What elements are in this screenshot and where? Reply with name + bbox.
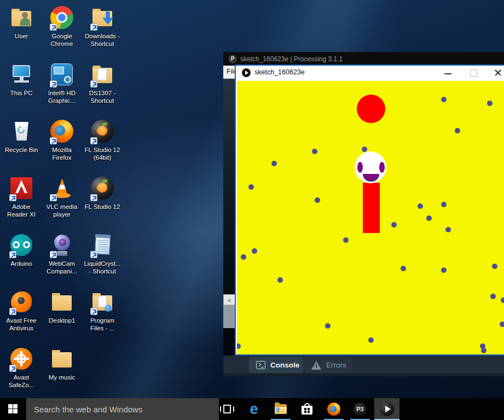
desktop-icon-label: LiquidCryst... - Shortcut: [83, 260, 121, 275]
shortcut-arrow-icon: [50, 80, 57, 88]
desktop-icon-label: DS1307 - Shortcut: [83, 89, 121, 104]
ball-dot: [481, 348, 486, 353]
desktop-icon-folder-files[interactable]: DS1307 - Shortcut: [83, 61, 121, 104]
ide-scrollbar[interactable]: [223, 305, 236, 328]
desktop-icon-chrome[interactable]: Google Chrome: [43, 4, 81, 48]
ball-dot: [492, 264, 497, 269]
shortcut-arrow-icon: [90, 308, 97, 315]
taskbar-search-input[interactable]: [26, 398, 219, 420]
desktop-icon-folder-ie[interactable]: Program Files - ...: [83, 289, 121, 332]
desktop-icon-arduino[interactable]: Arduino: [2, 232, 40, 267]
edge-icon: e: [246, 401, 262, 417]
shortcut-arrow-icon: [90, 80, 97, 88]
desktop-icon-fl-studio[interactable]: FL Studio 12: [83, 175, 121, 211]
explorer-icon: [273, 401, 288, 417]
p3-icon: P3: [352, 401, 368, 417]
desktop-icon-label: Recycle Bin: [2, 146, 40, 154]
avast-icon: [8, 289, 34, 315]
ball-dot: [455, 128, 460, 133]
user-folder-icon: [8, 4, 34, 31]
ide-bottom-edge: [223, 374, 504, 376]
body-rect: [363, 183, 380, 233]
store-button[interactable]: [294, 398, 320, 420]
processing-logo-icon: P: [228, 55, 237, 63]
vlc-icon: [49, 175, 75, 201]
shortcut-arrow-icon: [50, 137, 57, 144]
close-button[interactable]: [493, 67, 503, 78]
folder-files-icon: [89, 61, 115, 88]
task-view-button[interactable]: [215, 398, 240, 420]
fl-studio-icon: [89, 175, 115, 201]
fl-studio-icon: [89, 118, 115, 144]
desktop-icon-label: FL Studio 12: [83, 203, 121, 211]
console-collapse-button[interactable]: <: [223, 294, 236, 305]
desktop-icon-label: Avast Free Antivirus: [2, 317, 40, 332]
desktop-icon-fl-studio[interactable]: FL Studio 12 (64bit): [83, 118, 121, 161]
tab-errors[interactable]: Errors: [304, 357, 352, 373]
firefox-icon: [326, 401, 341, 417]
sketch-titlebar[interactable]: sketch_160623e: [236, 66, 504, 80]
shortcut-arrow-icon: [50, 194, 57, 201]
ball-dot: [312, 149, 317, 154]
desktop-icon-folder[interactable]: Desktop1: [43, 289, 81, 324]
firefox-icon: [49, 118, 75, 144]
desktop-icon-notepad-doc[interactable]: LiquidCryst... - Shortcut: [83, 232, 121, 275]
desktop-icon-downloads-folder[interactable]: Downloads - Shortcut: [83, 4, 121, 48]
ball-dot: [401, 266, 406, 271]
desktop-icon-folder[interactable]: My music: [43, 346, 81, 381]
sketch-window-title: sketch_160623e: [254, 68, 305, 76]
ball-dot: [271, 161, 277, 166]
desktop-icon-avast[interactable]: Avast Free Antivirus: [2, 289, 40, 332]
minimize-button[interactable]: [443, 67, 454, 78]
shortcut-arrow-icon: [9, 365, 16, 372]
edge-button[interactable]: e: [241, 398, 267, 420]
shortcut-arrow-icon: [9, 251, 16, 258]
ball-dot: [343, 237, 349, 243]
sketch-canvas[interactable]: [237, 81, 504, 355]
sun-circle: [357, 95, 385, 123]
console-tab-bar: ConsoleErrors: [223, 355, 504, 374]
desktop-icon-firefox[interactable]: Mozilla Firefox: [43, 118, 81, 161]
taskbar: eP3: [0, 398, 504, 420]
ball-dot: [391, 222, 397, 228]
desktop-icon-label: Downloads - Shortcut: [83, 32, 121, 48]
ball-dot: [315, 197, 320, 203]
desktop-icon-label: My music: [43, 374, 81, 381]
file-explorer-button[interactable]: [268, 398, 293, 420]
terminal-icon: [256, 361, 265, 369]
avast-safezone-icon: [8, 346, 34, 372]
recycle-bin-icon: [8, 118, 34, 144]
ide-titlebar[interactable]: P sketch_160623e | Processing 3.1.1: [223, 52, 504, 66]
maximize-button[interactable]: [468, 67, 479, 78]
desktop-icon-vlc[interactable]: VLC media player: [43, 175, 81, 218]
desktop-icon-label: Desktop1: [43, 317, 81, 324]
desktop-icon-adobe-reader[interactable]: Adobe Reader XI: [2, 175, 40, 218]
sketch-window: sketch_160623e: [235, 65, 504, 355]
start-button[interactable]: [0, 398, 26, 420]
ball-dot: [248, 184, 254, 190]
ball-dot: [500, 322, 504, 327]
ball-dot: [362, 147, 367, 152]
ide-window-title: sketch_160623e | Processing 3.1.1: [240, 55, 343, 63]
desktop-icon-user-folder[interactable]: User: [2, 4, 40, 40]
ball-dot: [441, 267, 447, 273]
ball-dot: [277, 277, 283, 283]
sketch-run-button[interactable]: [374, 398, 399, 420]
processing-button[interactable]: P3: [347, 398, 373, 420]
desktop-icon-intel-hd[interactable]: Intel® HD Graphic...: [43, 61, 81, 104]
tab-console[interactable]: Console: [249, 357, 303, 373]
folder-icon: [49, 289, 75, 315]
desktop-icon-webcam[interactable]: WebCam Compani...: [43, 232, 81, 275]
arduino-icon: [8, 232, 34, 258]
desktop-icon-label: Intel® HD Graphic...: [43, 89, 81, 104]
left-eye: [357, 162, 363, 173]
desktop-icon-computer[interactable]: This PC: [2, 61, 40, 97]
computer-icon: [8, 61, 34, 88]
ball-dot: [445, 227, 451, 232]
desktop-icon-recycle-bin[interactable]: Recycle Bin: [2, 118, 40, 154]
desktop-icon-avast-safezone[interactable]: Avast SafeZo...: [2, 346, 40, 389]
ball-dot: [441, 202, 447, 207]
webcam-icon: [49, 232, 75, 258]
taskview-icon: [219, 401, 235, 417]
firefox-button[interactable]: [321, 398, 346, 420]
